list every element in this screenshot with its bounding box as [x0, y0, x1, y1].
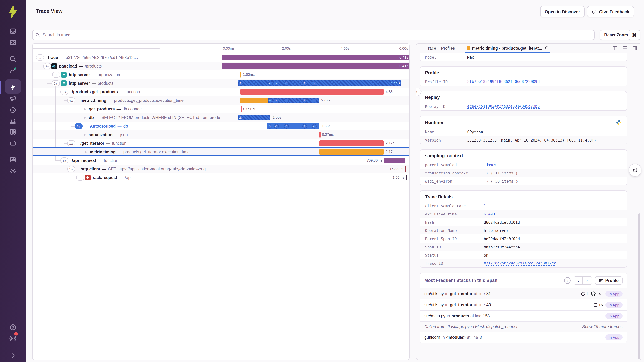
warning-triangle-icon[interactable]: ⚠ [284, 98, 288, 103]
warning-triangle-icon[interactable]: ⚠ [268, 98, 272, 103]
panel-left-icon[interactable] [612, 46, 618, 51]
warning-triangle-icon[interactable]: ⚠ [268, 81, 272, 86]
span-duration-tick[interactable] [405, 166, 406, 172]
warning-triangle-icon[interactable]: ⚠ [284, 124, 288, 129]
give-feedback-button[interactable]: Give Feedback [587, 6, 634, 17]
stack-frame-row[interactable]: src/utils.pyinget_iteratorat line4016In … [420, 299, 627, 310]
panel-right-icon[interactable] [632, 46, 638, 51]
name-column-scrollbar[interactable] [33, 47, 160, 49]
show-more-frames-link[interactable]: Show 19 more frames [582, 325, 622, 329]
trace-row[interactable]: 1Trace—e31278c256524c3297e2cd12458e12cc6… [32, 53, 409, 62]
expand-pill[interactable]: 2+ [43, 63, 51, 69]
trace-row[interactable]: 2∧/products.get_products—function4.83s [32, 88, 409, 96]
stack-frame-row[interactable]: Called from: flask/app.py in Flask.dispa… [420, 321, 627, 332]
trace-row[interactable]: 1∧http.client—GET https://application-mo… [32, 165, 409, 173]
warning-triangle-icon[interactable]: ⚠ [284, 81, 288, 86]
span-duration-bar[interactable] [222, 55, 410, 60]
trace-row[interactable]: 2∨http.server—products⚠⚠⚠⚠⚠⚠5.55s [32, 79, 409, 88]
detail-value[interactable]: { 50 items } [491, 179, 518, 183]
expand-pill[interactable]: 2∧ [60, 89, 68, 95]
open-in-discover-button[interactable]: Open in Discover [540, 6, 584, 17]
warning-triangle-icon[interactable]: ⚠ [274, 81, 278, 86]
trace-row[interactable]: +rack.request—/api1.00ms [32, 173, 409, 182]
detail-value[interactable]: ecae7c51f0024f2fa82e6314045d73b5 [467, 104, 540, 109]
expand-pill[interactable]: + [52, 72, 60, 78]
stack-frame-row[interactable]: src/main.pyinproductsat line158In App [420, 310, 627, 321]
pin-icon[interactable] [544, 46, 549, 50]
warning-triangle-icon[interactable]: ⚠ [312, 81, 316, 86]
expand-pill[interactable]: 1∧ [60, 158, 68, 164]
warning-triangle-icon[interactable]: ⚠ [302, 81, 307, 86]
expand-pill[interactable]: 1 [36, 54, 44, 61]
trace-row[interactable]: 1∧/get_iterator—function2.17s [32, 139, 409, 148]
trace-row[interactable]: serialization—json0.27ms [32, 130, 409, 139]
chevron-right-icon[interactable]: › [486, 171, 488, 175]
stack-frame-row[interactable]: src/utils.pyinget_iteratorat line311In A… [420, 288, 627, 299]
reset-zoom-button[interactable]: Reset Zoom [600, 30, 632, 40]
sidebar-item-projects[interactable] [0, 35, 26, 50]
span-duration-tick[interactable] [320, 132, 320, 138]
github-icon[interactable] [591, 291, 596, 296]
span-duration-bar[interactable] [320, 149, 384, 155]
warning-triangle-icon[interactable]: ⚠ [268, 124, 272, 129]
details-scrollbar[interactable] [638, 213, 640, 360]
warning-triangle-icon[interactable]: ⚠ [274, 124, 278, 129]
stack-frame-row[interactable]: gunicornin<module>at line8In App [420, 332, 627, 343]
trace-row[interactable]: metric.timing—products.get_iterator.exec… [32, 147, 409, 156]
help-icon[interactable]: ? [564, 277, 570, 284]
tab-span-detail-active[interactable]: metric.timing - products.get_iterat... [465, 43, 550, 53]
span-duration-bar[interactable] [384, 158, 405, 163]
sidebar-item-whats-new[interactable] [0, 331, 26, 346]
expand-pill[interactable]: 5∨ [75, 123, 83, 129]
warning-triangle-icon[interactable]: ⚠ [238, 81, 243, 86]
profile-button[interactable]: Profile [595, 276, 622, 285]
trace-row[interactable]: 4∧metric.timing—products.get_products.ex… [32, 96, 409, 105]
trace-row[interactable]: 1∧/api_request—function709.80ms [32, 156, 409, 165]
panel-bottom-icon[interactable] [622, 46, 628, 51]
span-op-swatch [467, 46, 470, 50]
warning-triangle-icon[interactable]: ⚠ [274, 98, 278, 103]
detail-value[interactable]: { 11 items } [491, 171, 518, 175]
sidebar-item-archive[interactable] [0, 136, 26, 150]
floating-feedback-button[interactable] [628, 164, 642, 177]
expand-pill[interactable]: 2∨ [52, 80, 60, 86]
detail-value[interactable]: e31278c256524c3297e2cd12458e12cc [484, 261, 556, 266]
warning-triangle-icon[interactable]: ⚠ [238, 115, 243, 120]
sidebar-item-settings[interactable] [0, 164, 26, 178]
commit-icon[interactable] [598, 291, 603, 296]
span-duration-bar[interactable] [320, 141, 384, 146]
prev-stack-button[interactable]: ‹ [573, 276, 583, 285]
tab-profiles[interactable]: Profiles [441, 46, 455, 50]
trace-row[interactable]: get_products—db.connect0.09ms [32, 105, 409, 113]
trace-row[interactable]: 2+pageload—/products6.41s [32, 62, 409, 70]
span-duration-tick[interactable] [241, 106, 242, 112]
warning-triangle-icon[interactable]: ⚠ [312, 98, 316, 103]
chevron-right-icon[interactable]: › [486, 179, 488, 183]
warning-triangle-icon[interactable]: ⚠ [302, 98, 307, 103]
search-input[interactable] [42, 32, 592, 37]
next-stack-button[interactable]: › [583, 276, 592, 285]
trace-row[interactable]: 5∨Autogrouped—db⚠⚠⚠⚠⚠1.66s [32, 122, 409, 130]
span-duration-bar[interactable] [238, 115, 270, 120]
tab-trace[interactable]: Trace [426, 46, 436, 50]
trace-row[interactable]: db—SELECT * FROM products WHERE id IN (S… [32, 113, 409, 122]
sentry-logo-icon[interactable] [6, 6, 19, 18]
expand-pill[interactable]: + [76, 175, 84, 181]
warning-triangle-icon[interactable]: ⚠ [312, 124, 316, 129]
span-duration-bar[interactable] [240, 98, 268, 103]
expand-pill[interactable]: 1∧ [67, 166, 75, 172]
sidebar-item-collapse-sidebar[interactable] [0, 349, 26, 362]
trace-row[interactable]: +http.server—organization1.00ms [32, 70, 409, 79]
detail-value[interactable]: 8fb7bb1891994f8c862f206e8722009d [467, 79, 540, 84]
span-duration-bar[interactable] [240, 89, 384, 95]
expand-pill[interactable]: 1∧ [67, 140, 75, 146]
span-duration-tick[interactable] [240, 72, 242, 78]
warning-triangle-icon[interactable]: ⚠ [302, 124, 307, 129]
sidebar-item-performance[interactable] [0, 63, 26, 78]
span-duration-tick[interactable] [406, 175, 407, 181]
expand-pill[interactable]: 4∧ [67, 97, 75, 103]
span-duration-bar[interactable] [238, 80, 402, 86]
shortcut-button[interactable]: ⌘ [628, 30, 640, 40]
span-duration-bar[interactable] [222, 63, 410, 69]
detail-key: Span ID [425, 245, 484, 249]
